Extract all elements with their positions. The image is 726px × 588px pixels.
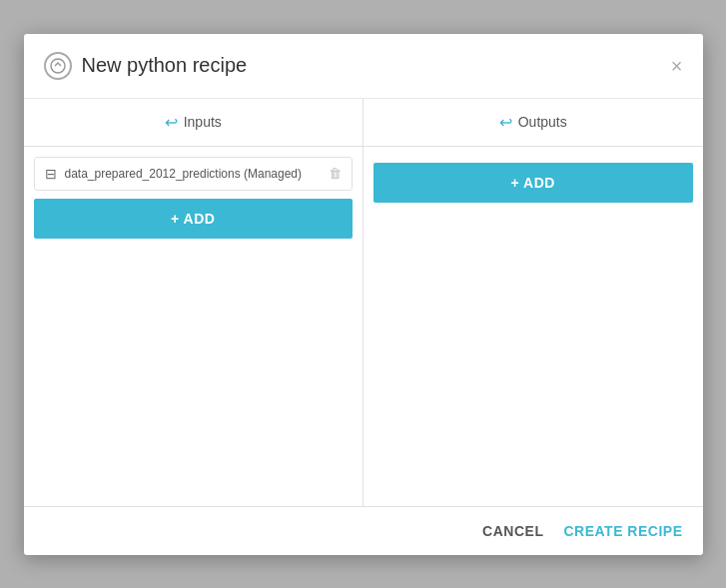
dataset-folder-icon: ⊟ bbox=[45, 166, 57, 182]
outputs-header-label: Outputs bbox=[518, 114, 567, 130]
outputs-header-icon: ↩ bbox=[499, 113, 512, 132]
svg-point-0 bbox=[51, 59, 65, 73]
outputs-add-button[interactable]: + ADD bbox=[373, 163, 693, 203]
delete-dataset-icon[interactable]: 🗑 bbox=[329, 166, 342, 181]
inputs-header-label: Inputs bbox=[184, 114, 222, 130]
close-button[interactable]: × bbox=[671, 56, 683, 76]
modal-header: New python recipe × bbox=[24, 34, 703, 99]
modal-footer: CANCEL CREATE RECIPE bbox=[24, 507, 703, 555]
inputs-panel-content: ⊟ data_prepared_2012_predictions (Manage… bbox=[24, 147, 363, 506]
modal-title: New python recipe bbox=[82, 54, 248, 77]
inputs-add-button[interactable]: + ADD bbox=[34, 199, 354, 239]
inputs-panel: ↩ Inputs ⊟ data_prepared_2012_prediction… bbox=[24, 99, 364, 506]
new-recipe-modal: New python recipe × ↩ Inputs ⊟ data_prep… bbox=[24, 34, 703, 555]
header-left: New python recipe bbox=[44, 52, 248, 80]
inputs-panel-header: ↩ Inputs bbox=[24, 99, 363, 147]
dataset-label: data_prepared_2012_predictions (Managed) bbox=[65, 167, 322, 181]
outputs-panel-content: + ADD bbox=[363, 147, 703, 506]
python-icon bbox=[44, 52, 72, 80]
outputs-panel: ↩ Outputs + ADD bbox=[363, 99, 703, 506]
inputs-header-icon: ↩ bbox=[165, 113, 178, 132]
create-recipe-button[interactable]: CREATE RECIPE bbox=[563, 523, 682, 539]
dataset-item: ⊟ data_prepared_2012_predictions (Manage… bbox=[34, 157, 354, 191]
modal-body: ↩ Inputs ⊟ data_prepared_2012_prediction… bbox=[24, 99, 703, 507]
cancel-button[interactable]: CANCEL bbox=[482, 523, 543, 539]
outputs-panel-header: ↩ Outputs bbox=[363, 99, 703, 147]
